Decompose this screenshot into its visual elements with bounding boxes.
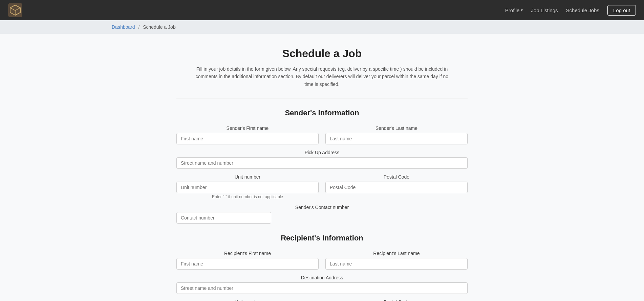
breadcrumb-current: Schedule a Job <box>143 24 176 30</box>
logo-icon <box>8 3 22 17</box>
sender-last-name-label: Sender's Last name <box>325 125 468 131</box>
sender-name-row: Sender's First name Sender's Last name <box>176 125 468 144</box>
sender-contact-group: Sender's Contact number <box>176 205 468 224</box>
recipient-unit-group: Unit number <box>176 299 319 301</box>
sender-postal-label: Postal Code <box>325 174 468 180</box>
recipient-last-name-label: Recipient's Last name <box>325 251 468 256</box>
sender-postal-group: Postal Code <box>325 174 468 199</box>
recipient-unit-postal-row: Unit number Postal Code <box>176 299 468 301</box>
recipient-postal-group: Postal Code <box>325 299 468 301</box>
page-title: Schedule a Job <box>176 47 468 60</box>
profile-dropdown[interactable]: Profile <box>505 7 523 13</box>
recipient-address-group: Destination Address <box>176 275 468 294</box>
recipient-first-name-label: Recipient's First name <box>176 251 319 256</box>
sender-unit-label: Unit number <box>176 174 319 180</box>
nav-links: Profile Job Listings Schedule Jobs Log o… <box>505 5 636 16</box>
pickup-street-input[interactable] <box>176 157 468 169</box>
sender-first-name-input[interactable] <box>176 133 319 144</box>
recipient-section-title: Recipient's Information <box>176 234 468 242</box>
sender-first-name-group: Sender's First name <box>176 125 319 144</box>
recipient-last-name-group: Recipient's Last name <box>325 251 468 270</box>
destination-address-label: Destination Address <box>176 275 468 280</box>
sender-unit-input[interactable] <box>176 182 319 193</box>
schedule-jobs-link[interactable]: Schedule Jobs <box>566 7 599 13</box>
recipient-section: Recipient's Information Recipient's Firs… <box>176 234 468 301</box>
sender-last-name-input[interactable] <box>325 133 468 144</box>
destination-street-input[interactable] <box>176 282 468 294</box>
sender-postal-input[interactable] <box>325 182 468 193</box>
recipient-first-name-group: Recipient's First name <box>176 251 319 270</box>
logout-button[interactable]: Log out <box>607 5 636 16</box>
sender-last-name-group: Sender's Last name <box>325 125 468 144</box>
recipient-unit-label: Unit number <box>176 299 319 301</box>
sender-contact-input[interactable] <box>176 212 271 224</box>
brand-logo[interactable] <box>8 3 22 17</box>
sender-first-name-label: Sender's First name <box>176 125 319 131</box>
main-content: Schedule a Job Fill in your job details … <box>170 34 474 301</box>
pickup-address-label: Pick Up Address <box>176 150 468 155</box>
sender-unit-group: Unit number Enter "-" if unit number is … <box>176 174 319 199</box>
sender-unit-postal-row: Unit number Enter "-" if unit number is … <box>176 174 468 199</box>
sender-section-title: Sender's Information <box>176 109 468 117</box>
sender-address-group: Pick Up Address <box>176 150 468 169</box>
breadcrumb-separator: / <box>138 24 139 30</box>
recipient-first-name-input[interactable] <box>176 258 319 270</box>
job-listings-link[interactable]: Job Listings <box>531 7 558 13</box>
recipient-postal-label: Postal Code <box>325 299 468 301</box>
navbar: Profile Job Listings Schedule Jobs Log o… <box>0 0 644 20</box>
sender-unit-hint: Enter "-" if unit number is not applicab… <box>176 194 319 199</box>
sender-contact-label: Sender's Contact number <box>176 205 468 210</box>
sender-section: Sender's Information Sender's First name… <box>176 109 468 224</box>
page-description: Fill in your job details in the form giv… <box>193 65 451 88</box>
breadcrumb-home[interactable]: Dashboard <box>112 24 135 30</box>
recipient-last-name-input[interactable] <box>325 258 468 270</box>
section-divider <box>176 98 468 98</box>
recipient-name-row: Recipient's First name Recipient's Last … <box>176 251 468 270</box>
breadcrumb: Dashboard / Schedule a Job <box>0 20 644 34</box>
